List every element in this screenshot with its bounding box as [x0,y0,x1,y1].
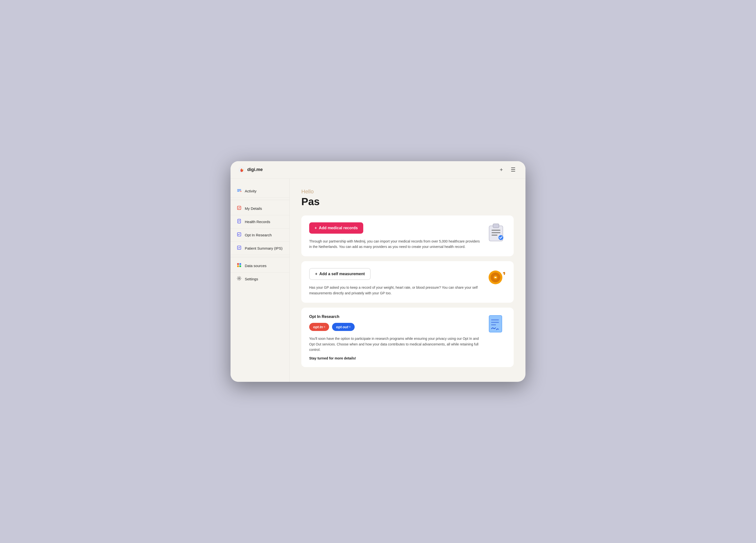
opt-in-research-icon [236,232,242,238]
svg-point-16 [239,278,240,279]
greeting-sub: Hello [301,188,514,195]
tape-measure-icon [486,268,506,286]
opt-in-description: You'll soon have the option to participa… [309,336,481,352]
medical-records-description: Through our partnership with Medmij, you… [309,239,481,250]
logo-area: digi.me [238,166,263,173]
opt-in-stay-tuned: Stay turned for more details! [309,356,481,360]
my-details-icon [236,205,242,212]
opt-in-research-card: Opt In Research optIn® optout® You'll so… [301,308,514,367]
self-measurement-description: Has your GP asked you to keep a record o… [309,285,481,296]
activity-icon [236,188,242,194]
main-content: Hello Pas + Add medical records Through … [290,179,525,382]
top-bar: digi.me + ☰ [231,161,525,179]
medical-records-card-inner: + Add medical records Through our partne… [309,222,506,250]
svg-point-4 [240,191,241,192]
self-measurement-card-content: + Add a self measurement Has your GP ask… [309,268,486,296]
svg-rect-30 [491,322,499,323]
svg-rect-18 [493,224,499,228]
optin-badge: optIn® [309,323,329,331]
optout-badge: optout® [332,323,354,331]
svg-rect-20 [492,232,500,233]
sidebar-data-sources-label: Data sources [245,264,266,268]
main-layout: Activity My Details [231,179,525,382]
opt-in-research-title: Opt In Research [309,314,481,319]
clipboard-icon [487,222,505,242]
data-sources-icon [236,263,242,269]
svg-rect-2 [237,190,241,191]
svg-rect-14 [237,265,239,267]
add-button[interactable]: + [498,166,505,174]
svg-rect-3 [237,191,240,192]
top-bar-actions: + ☰ [498,166,518,174]
logo-text: digi.me [247,167,263,172]
sidebar-divider-1 [231,200,289,200]
add-self-measurement-button[interactable]: + Add a self measurement [309,268,371,280]
medical-records-card: + Add medical records Through our partne… [301,215,514,257]
svg-rect-19 [492,230,500,231]
patient-summary-icon [236,245,242,251]
svg-rect-21 [492,235,497,236]
self-measurement-icon-area [486,268,506,287]
opt-in-icon-area [486,314,506,335]
medical-records-icon-area [486,222,506,243]
device-frame: digi.me + ☰ Activity [231,161,525,382]
medical-records-card-content: + Add medical records Through our partne… [309,222,486,250]
digime-logo-icon [238,166,245,173]
settings-icon [236,276,242,282]
self-measurement-card: + Add a self measurement Has your GP ask… [301,261,514,303]
sidebar-item-patient-summary[interactable]: Patient Summary (IPS) [231,242,289,255]
svg-rect-13 [239,263,241,265]
sidebar-item-health-records[interactable]: Health Records [231,215,289,229]
sidebar-item-settings[interactable]: Settings [231,272,289,286]
sidebar-patient-summary-label: Patient Summary (IPS) [245,246,282,250]
document-icon [487,314,505,334]
opt-in-research-card-inner: Opt In Research optIn® optout® You'll so… [309,314,506,360]
sidebar-activity-label: Activity [245,189,257,193]
plus-icon: + [315,226,317,230]
svg-rect-15 [239,265,241,267]
greeting-main: Pas [301,196,514,208]
menu-button[interactable]: ☰ [509,166,518,174]
sidebar-item-activity[interactable]: Activity [231,185,289,198]
add-medical-records-button[interactable]: + Add medical records [309,222,363,234]
svg-rect-27 [489,315,502,332]
optin-badges: optIn® optout® [309,323,481,331]
sidebar-health-records-label: Health Records [245,220,270,224]
svg-rect-29 [491,319,499,320]
svg-rect-12 [237,263,239,265]
sidebar-divider-2 [231,257,289,257]
opt-in-research-card-content: Opt In Research optIn® optout® You'll so… [309,314,486,360]
sidebar-opt-in-research-label: Opt In Research [245,233,272,237]
sidebar-settings-label: Settings [245,277,258,281]
sidebar-item-data-sources[interactable]: Data sources [231,259,289,272]
self-measurement-card-inner: + Add a self measurement Has your GP ask… [309,268,506,296]
measurement-plus-icon: + [315,272,317,276]
sidebar-my-details-label: My Details [245,206,262,211]
sidebar-item-opt-in-research[interactable]: Opt In Research [231,229,289,242]
sidebar-item-my-details[interactable]: My Details [231,202,289,215]
svg-rect-1 [237,189,241,190]
health-records-icon [236,219,242,225]
svg-rect-31 [491,324,496,325]
sidebar: Activity My Details [231,179,290,382]
svg-rect-26 [494,277,496,278]
